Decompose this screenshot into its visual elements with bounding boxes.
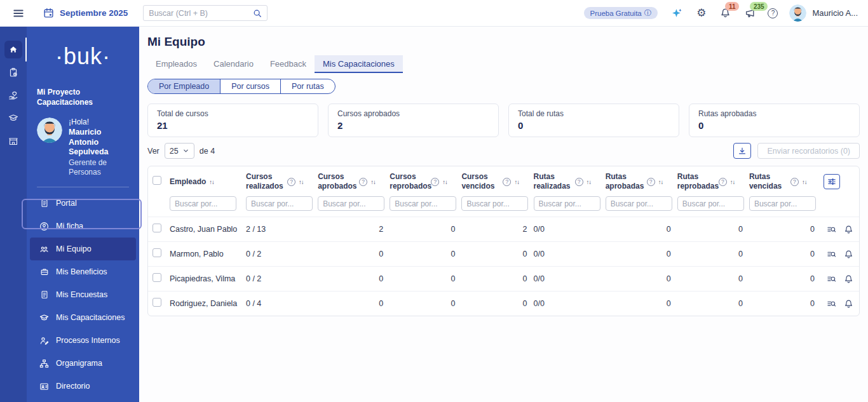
sort-icon[interactable]: ↑↓ — [587, 178, 592, 185]
filter-rutas-vencidas-input[interactable] — [749, 196, 816, 211]
row-detail-search-icon[interactable] — [827, 299, 836, 309]
sort-icon[interactable]: ↑↓ — [209, 178, 214, 185]
help-icon[interactable]: ? — [431, 178, 439, 186]
filter-rutas-aprobadas-input[interactable] — [606, 196, 672, 211]
stat-value: 0 — [518, 120, 670, 131]
period-selector[interactable]: Septiembre 2025 — [43, 8, 128, 18]
sidebar-item-mi-ficha[interactable]: Mi ficha — [30, 215, 136, 238]
sidebar-item-portal[interactable]: Portal — [30, 192, 136, 215]
period-label: Septiembre 2025 — [60, 8, 128, 18]
help-icon[interactable]: ? — [503, 178, 511, 186]
table-toolbar: Ver 25 de 4 Enviar recordatorios (0) — [147, 143, 860, 159]
rail-trainings[interactable] — [0, 107, 27, 130]
chevron-down-icon — [182, 147, 189, 154]
sidebar-item-mis-encuestas[interactable]: Mis Encuestas — [30, 283, 136, 306]
row-checkbox[interactable] — [153, 248, 161, 257]
cell-employee: Marmon, Pablo — [170, 250, 246, 258]
assistant-sparkle-icon[interactable] — [672, 8, 682, 18]
tab-empleados[interactable]: Empleados — [147, 55, 205, 73]
sidebar-item-label: Mis Encuestas — [56, 290, 107, 299]
rail-company[interactable] — [0, 130, 27, 152]
col-rutas-realizadas: Rutas realizadas ? ↑↓ — [534, 172, 606, 191]
help-icon[interactable]: ? — [359, 178, 367, 186]
storefront-icon — [8, 136, 18, 146]
search-input[interactable] — [149, 9, 253, 18]
help-icon[interactable]: ? — [768, 8, 778, 18]
section-tabs: Empleados Calendario Feedback Mis Capaci… — [147, 55, 860, 73]
user-name[interactable]: Mauricio A... — [812, 8, 858, 18]
help-icon[interactable]: ? — [790, 178, 799, 186]
sort-icon[interactable]: ↑↓ — [514, 178, 519, 185]
toggle-por-empleado[interactable]: Por Empleado — [148, 79, 220, 93]
filter-rutas-realizadas-input[interactable] — [534, 196, 600, 211]
announcements-megaphone-icon[interactable]: 235 — [745, 8, 756, 18]
toggle-por-rutas[interactable]: Por rutas — [281, 79, 335, 93]
cell-cursos-vencidos: 0 — [461, 299, 533, 308]
tab-calendario[interactable]: Calendario — [205, 55, 262, 73]
row-bell-icon[interactable] — [844, 225, 853, 234]
topbar-right: Prueba Gratuita ⓘ ⚙ 11 235 ? Mauricio A.… — [584, 4, 858, 22]
sort-icon[interactable]: ↑↓ — [802, 178, 807, 185]
sidebar-item-directorio[interactable]: Directorio — [30, 375, 136, 398]
sidebar-avatar[interactable] — [37, 117, 62, 143]
notifications-bell[interactable]: 11 — [720, 8, 731, 18]
sort-icon[interactable]: ↑↓ — [442, 178, 447, 185]
trial-badge-label: Prueba Gratuita — [590, 10, 642, 17]
sidebar-item-mis-capacitaciones[interactable]: Mis Capacitaciones — [30, 306, 136, 329]
team-icon — [39, 245, 49, 254]
user-avatar[interactable] — [789, 4, 806, 22]
row-bell-icon[interactable] — [844, 274, 853, 284]
page-title: Mi Equipo — [147, 35, 860, 49]
row-checkbox[interactable] — [153, 224, 161, 232]
column-label: Rutas aprobadas — [606, 172, 644, 191]
sidebar-item-mi-equipo[interactable]: Mi Equipo — [30, 238, 136, 260]
sort-icon[interactable]: ↑↓ — [658, 178, 663, 185]
send-reminders-button[interactable]: Enviar recordatorios (0) — [757, 143, 860, 159]
rail-benefits[interactable] — [0, 84, 27, 107]
toggle-por-cursos[interactable]: Por cursos — [220, 79, 281, 93]
row-bell-icon[interactable] — [844, 299, 853, 309]
help-icon[interactable]: ? — [647, 178, 655, 186]
cell-rutas-vencidas: 0 — [749, 250, 821, 258]
trial-badge[interactable]: Prueba Gratuita ⓘ — [584, 7, 658, 19]
filter-cursos-reprobados-input[interactable] — [390, 196, 456, 211]
column-settings-button[interactable] — [824, 174, 840, 189]
column-label: Cursos vencidos — [461, 172, 499, 191]
rail-tasks[interactable] — [0, 61, 27, 84]
row-detail-search-icon[interactable] — [827, 274, 836, 284]
help-icon[interactable]: ? — [287, 178, 295, 186]
help-icon[interactable]: ? — [719, 178, 727, 186]
page-size-select[interactable]: 25 — [165, 143, 194, 159]
row-checkbox[interactable] — [153, 298, 161, 307]
cell-rutas-realizadas: 0/0 — [534, 299, 606, 308]
sort-icon[interactable]: ↑↓ — [730, 178, 735, 185]
row-bell-icon[interactable] — [844, 250, 853, 259]
select-all-checkbox[interactable] — [153, 176, 161, 185]
download-button[interactable] — [733, 143, 751, 159]
gear-icon[interactable]: ⚙ — [696, 8, 706, 18]
filter-cursos-vencidos-input[interactable] — [461, 196, 528, 211]
sidebar-item-procesos-internos[interactable]: Procesos Internos — [30, 329, 136, 352]
sort-icon[interactable]: ↑↓ — [370, 178, 376, 185]
hamburger-menu-icon[interactable] — [13, 8, 24, 19]
col-rutas-aprobadas: Rutas aprobadas ? ↑↓ — [606, 172, 677, 191]
tab-mis-capacitaciones[interactable]: Mis Capacitaciones — [315, 55, 403, 73]
row-detail-search-icon[interactable] — [827, 225, 836, 234]
filter-rutas-reprobadas-input[interactable] — [677, 196, 744, 211]
row-checkbox[interactable] — [153, 273, 161, 282]
tab-feedback[interactable]: Feedback — [262, 55, 315, 73]
sidebar-user-block: ¡Hola! Mauricio Antonio Sepulveda Gerent… — [37, 117, 129, 177]
filter-empleado-input[interactable] — [170, 196, 236, 211]
row-detail-search-icon[interactable] — [827, 250, 836, 259]
filter-cursos-realizados-input[interactable] — [246, 196, 313, 211]
sidebar-item-mis-beneficios[interactable]: Mis Beneficios — [30, 260, 136, 283]
column-label: Rutas realizadas — [534, 172, 572, 191]
table-row: Picapiedras, Vilma 0 / 2 0 0 0 0/0 0 0 0 — [148, 266, 859, 291]
sort-icon[interactable]: ↑↓ — [299, 178, 304, 185]
rail-home[interactable] — [0, 38, 27, 61]
search-icon[interactable] — [253, 9, 262, 18]
sidebar-item-organigrama[interactable]: Organigrama — [30, 352, 136, 375]
org-chart-icon — [39, 359, 49, 368]
help-icon[interactable]: ? — [575, 178, 583, 186]
filter-cursos-aprobados-input[interactable] — [318, 196, 384, 211]
